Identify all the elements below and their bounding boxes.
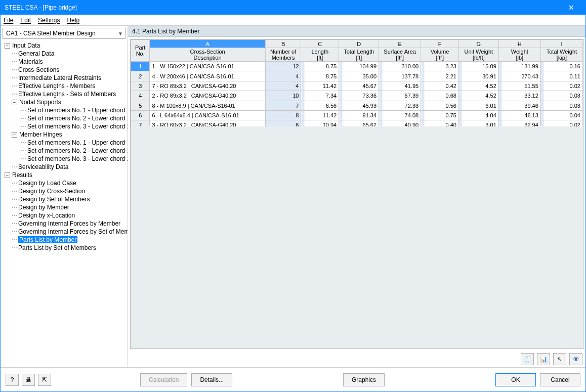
cell-sa[interactable]: 74.08	[379, 110, 421, 120]
cell-sa[interactable]: 310.00	[379, 62, 421, 71]
cell-vol[interactable]: 3.23	[421, 62, 459, 71]
cell-w[interactable]: 46.13	[498, 110, 540, 120]
row-header[interactable]: 6	[131, 110, 150, 120]
cell-uw[interactable]: 30.91	[458, 71, 498, 81]
row-header[interactable]: 5	[131, 101, 150, 110]
cell-tot[interactable]: 104.99	[339, 62, 379, 71]
col-w[interactable]: Weight [lb]	[498, 48, 540, 62]
tree-dcs[interactable]: ⋯Design by Cross-Section	[3, 187, 128, 195]
tree-mh-3[interactable]: ⋯Set of members No. 3 - Lower chord 2	[3, 155, 128, 163]
cell-uw[interactable]: 15.09	[458, 62, 498, 71]
tree-dsm[interactable]: ⋯Design by Set of Members	[3, 195, 128, 203]
export-excel-icon[interactable]: 📊	[537, 353, 550, 365]
table-row[interactable]: 24 - W 200x46 | CAN/CSA-S16-0148.7535.00…	[131, 71, 583, 81]
cell-nm[interactable]: 4	[265, 81, 301, 91]
export-icon[interactable]: ⇱	[38, 374, 51, 386]
col-D[interactable]: D	[339, 40, 379, 48]
cell-nm[interactable]: 4	[265, 71, 301, 81]
cell-sa[interactable]: 137.78	[379, 71, 421, 81]
col-H[interactable]: H	[498, 40, 540, 48]
cell-w[interactable]: 33.12	[498, 91, 540, 101]
col-E[interactable]: E	[379, 40, 421, 48]
cell-tw[interactable]: 0.16	[540, 62, 582, 71]
table-row[interactable]: 66 - L 64x64x6.4 | CAN/CSA-S16-01811.429…	[131, 110, 583, 120]
tree-general-data[interactable]: ⋯General Data	[3, 50, 128, 58]
tree-els[interactable]: ⋯Effective Lengths - Sets of Members	[3, 90, 128, 98]
cell-w[interactable]: 270.43	[498, 71, 540, 81]
menu-edit[interactable]: Edit	[20, 17, 31, 24]
design-case-combo[interactable]: CA1 - CSA Steel Member Design ▼	[3, 28, 125, 39]
cell-tw[interactable]: 0.02	[540, 81, 582, 91]
cell-tot[interactable]: 45.67	[339, 81, 379, 91]
cell-len[interactable]: 11.42	[301, 110, 339, 120]
tree-gifm[interactable]: ⋯Governing Internal Forces by Member	[3, 220, 128, 228]
tree-ns-1[interactable]: ⋯Set of members No. 1 - Upper chord	[3, 106, 128, 114]
tree-materials[interactable]: ⋯Materials	[3, 58, 128, 66]
tree-member-hinges[interactable]: −Member Hinges	[3, 130, 128, 139]
cell-len[interactable]: 8.75	[301, 71, 339, 81]
tree-ns-3[interactable]: ⋯Set of members No. 3 - Lower chord 2	[3, 122, 128, 130]
tree-mh-2[interactable]: ⋯Set of members No. 2 - Lower chord 1	[3, 147, 128, 155]
tree-dlc[interactable]: ⋯Design by Load Case	[3, 179, 128, 187]
col-F[interactable]: F	[421, 40, 459, 48]
filter-icon[interactable]: 🧾	[521, 353, 534, 365]
cell-uw[interactable]: 4.52	[458, 91, 498, 101]
cell-desc[interactable]: 4 - W 200x46 | CAN/CSA-S16-01	[150, 71, 265, 81]
row-header[interactable]: 1	[131, 62, 150, 71]
col-desc[interactable]: Cross-Section Description	[150, 48, 265, 62]
cell-tot[interactable]: 73.36	[339, 91, 379, 101]
row-header[interactable]: 3	[131, 81, 150, 91]
close-icon[interactable]: ✕	[561, 4, 581, 12]
tree-mh-1[interactable]: ⋯Set of members No. 1 - Upper chord	[3, 139, 128, 147]
col-sa[interactable]: Surface Area [ft²]	[379, 48, 421, 62]
cell-tot[interactable]: 45.93	[339, 101, 379, 110]
graphics-button[interactable]: Graphics	[343, 373, 385, 386]
cell-sa[interactable]: 72.33	[379, 101, 421, 110]
cell-tw[interactable]: 0.04	[540, 110, 582, 120]
cell-tw[interactable]: 0.11	[540, 71, 582, 81]
table-row[interactable]: 42 - RO 89x3.2 | CAN/CSA-G40.20107.3473.…	[131, 91, 583, 101]
details-button[interactable]: Details...	[191, 373, 232, 386]
cell-vol[interactable]: 2.21	[421, 71, 459, 81]
cell-desc[interactable]: 8 - M 100x8.9 | CAN/CSA-S16-01	[150, 101, 265, 110]
menu-help[interactable]: Help	[67, 17, 79, 24]
cell-vol[interactable]: 0.75	[421, 110, 459, 120]
cell-uw[interactable]: 4.04	[458, 110, 498, 120]
cell-w[interactable]: 131.99	[498, 62, 540, 71]
col-C[interactable]: C	[301, 40, 339, 48]
table-row[interactable]: 58 - M 100x8.9 | CAN/CSA-S16-0176.5645.9…	[131, 101, 583, 110]
cell-desc[interactable]: 7 - RO 89x3.2 | CAN/CSA-G40.20	[150, 81, 265, 91]
cell-uw[interactable]: 4.52	[458, 81, 498, 91]
cell-len[interactable]: 6.56	[301, 101, 339, 110]
cell-sa[interactable]: 41.95	[379, 81, 421, 91]
row-header[interactable]: 4	[131, 91, 150, 101]
tree-elm[interactable]: ⋯Effective Lengths - Members	[3, 82, 128, 90]
col-part-no[interactable]: Part No.	[131, 40, 150, 62]
cell-tot[interactable]: 91.34	[339, 110, 379, 120]
cell-vol[interactable]: 0.68	[421, 91, 459, 101]
col-vol[interactable]: Volume [ft³]	[421, 48, 459, 62]
cell-tot[interactable]: 35.00	[339, 71, 379, 81]
view-icon[interactable]: 👁	[569, 353, 582, 365]
tree-serviceability[interactable]: ⋯Serviceability Data	[3, 163, 128, 171]
data-grid[interactable]: Part No. A B C D E F G H I Cross-S	[130, 39, 583, 349]
menu-file[interactable]: File	[4, 17, 13, 24]
cell-desc[interactable]: 1 - W 150x22 | CAN/CSA-S16-01	[150, 62, 265, 71]
cell-uw[interactable]: 6.01	[458, 101, 498, 110]
tree-ilr[interactable]: ⋯Intermediate Lateral Restraints	[3, 74, 128, 82]
cell-len[interactable]: 11.42	[301, 81, 339, 91]
cell-nm[interactable]: 10	[265, 91, 301, 101]
table-row[interactable]: 37 - RO 89x3.2 | CAN/CSA-G40.20411.4245.…	[131, 81, 583, 91]
col-G[interactable]: G	[458, 40, 498, 48]
cell-sa[interactable]: 67.39	[379, 91, 421, 101]
ok-button[interactable]: OK	[495, 373, 536, 386]
cell-vol[interactable]: 0.56	[421, 101, 459, 110]
menu-settings[interactable]: Settings	[38, 17, 60, 24]
tree-dxl[interactable]: ⋯Design by x-Location	[3, 211, 128, 220]
col-len[interactable]: Length [ft]	[301, 48, 339, 62]
tree-parts-list-set[interactable]: ⋯Parts List by Set of Members	[3, 244, 128, 252]
cell-len[interactable]: 7.34	[301, 91, 339, 101]
col-B[interactable]: B	[265, 40, 301, 48]
cell-nm[interactable]: 12	[265, 62, 301, 71]
print-icon[interactable]: 🖶	[22, 374, 35, 386]
